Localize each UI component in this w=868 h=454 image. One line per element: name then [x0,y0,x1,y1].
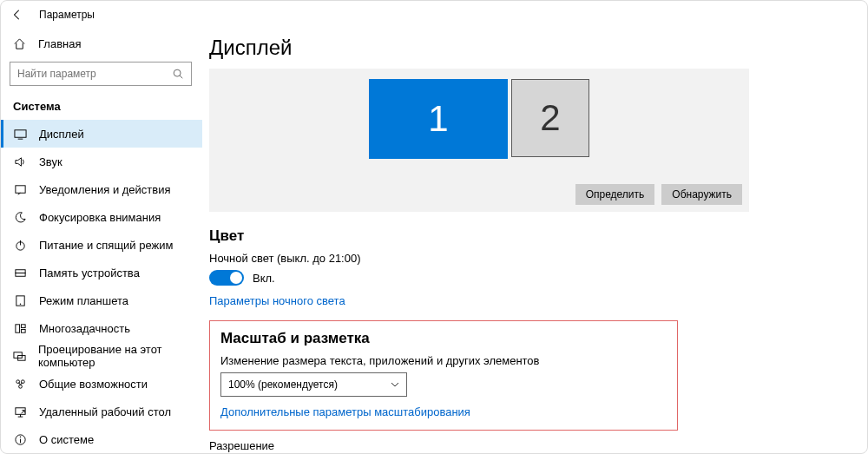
home-icon [13,37,26,50]
svg-rect-2 [14,129,25,136]
sidebar-item-label: Звук [39,155,62,168]
remote-icon [13,405,27,418]
sidebar-item-label: Уведомления и действия [39,183,171,196]
shared-icon [13,377,27,391]
search-input[interactable] [10,62,192,86]
power-icon [13,238,27,252]
scale-desc: Изменение размера текста, приложений и д… [220,354,667,367]
sidebar-item-label: О системе [39,433,94,446]
sidebar-home-label: Главная [38,37,81,50]
tablet-icon [13,293,27,307]
svg-rect-4 [15,185,24,192]
sidebar-home[interactable]: Главная [1,32,202,55]
sidebar-item-label: Фокусировка внимания [39,211,161,224]
svg-line-1 [180,76,182,78]
search-icon [172,68,184,80]
night-light-toggle[interactable] [209,270,244,286]
detect-button[interactable]: Обнаружить [661,184,742,205]
scale-value: 100% (рекомендуется) [228,378,338,391]
scale-dropdown[interactable]: 100% (рекомендуется) [220,372,407,397]
sidebar-item-label: Проецирование на этот компьютер [38,343,190,369]
toggle-state: Вкл. [253,272,275,285]
sidebar-item-focus[interactable]: Фокусировка внимания [1,203,202,231]
display-icon [13,127,27,141]
svg-rect-12 [21,324,25,327]
section-scale-heading: Масштаб и разметка [220,330,667,347]
svg-rect-7 [15,269,24,273]
sidebar-item-notifications[interactable]: Уведомления и действия [1,175,202,203]
title-bar: Параметры [1,1,867,29]
identify-button[interactable]: Определить [575,184,655,205]
advanced-scale-link[interactable]: Дополнительные параметры масштабирования [220,405,470,418]
svg-point-22 [19,436,21,438]
svg-point-10 [19,303,21,305]
sound-icon [13,155,27,168]
sidebar-group: Система [1,96,202,118]
sidebar: Главная Система Дисплей Звук [1,29,202,453]
sidebar-item-label: Общие возможности [39,378,148,391]
monitor-1[interactable]: 1 [369,79,508,159]
project-icon [13,349,26,363]
page-title: Дисплей [209,36,839,60]
night-light-label: Ночной свет (выкл. до 21:00) [209,252,839,265]
sidebar-item-remote[interactable]: Удаленный рабочий стол [1,398,202,425]
back-icon[interactable] [10,7,25,23]
notifications-icon [13,182,27,196]
chevron-down-icon [391,382,399,387]
svg-point-0 [174,69,181,76]
monitor-2[interactable]: 2 [511,79,589,157]
search-field[interactable] [17,68,156,80]
night-light-settings-link[interactable]: Параметры ночного света [209,294,345,307]
window-title: Параметры [39,9,95,21]
sidebar-item-storage[interactable]: Память устройства [1,259,202,286]
content-area: Дисплей 1 2 Определить Обнаружить Цвет Н… [202,29,867,453]
sidebar-item-tablet[interactable]: Режим планшета [1,286,202,314]
svg-rect-11 [15,324,19,332]
sidebar-item-about[interactable]: О системе [1,425,202,453]
sidebar-item-shared[interactable]: Общие возможности [1,370,202,398]
section-color-heading: Цвет [209,227,839,245]
multitask-icon [13,321,27,335]
monitor-arrangement[interactable]: 1 2 Определить Обнаружить [209,69,749,212]
sidebar-item-display[interactable]: Дисплей [1,120,202,148]
svg-rect-13 [21,329,25,332]
scale-section-highlight: Масштаб и разметка Изменение размера тек… [209,320,678,431]
info-icon [13,432,27,446]
focus-icon [13,210,27,224]
sidebar-item-label: Дисплей [39,128,84,141]
sidebar-item-label: Удаленный рабочий стол [39,405,171,418]
svg-point-18 [18,385,22,388]
sidebar-item-sound[interactable]: Звук [1,148,202,175]
sidebar-item-project[interactable]: Проецирование на этот компьютер [1,342,202,370]
sidebar-item-multitask[interactable]: Многозадачность [1,314,202,342]
sidebar-item-label: Режим планшета [39,294,128,307]
resolution-label: Разрешение [209,439,839,452]
svg-rect-8 [15,273,24,276]
storage-icon [13,266,27,280]
sidebar-item-label: Память устройства [39,266,140,280]
sidebar-item-label: Многозадачность [39,322,130,335]
sidebar-item-power[interactable]: Питание и спящий режим [1,231,202,259]
sidebar-item-label: Питание и спящий режим [39,239,173,252]
